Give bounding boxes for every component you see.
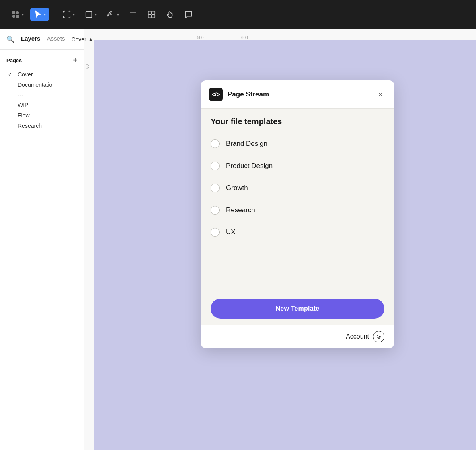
comment-icon: [184, 10, 193, 19]
comment-tool-button[interactable]: [181, 8, 196, 21]
template-radio-ux[interactable]: [211, 228, 220, 237]
svg-rect-19: [152, 15, 155, 18]
tab-assets[interactable]: Assets: [47, 35, 65, 43]
modal-account-bar: Account ☺: [201, 325, 394, 348]
current-page-label: Cover ▲: [71, 36, 93, 43]
svg-rect-1: [16, 11, 19, 14]
component-icon: [147, 10, 156, 19]
modal-content: Your file templates Brand Design Product…: [201, 109, 394, 348]
select-icon: [33, 10, 42, 19]
ruler-mark-500: 500: [197, 35, 204, 40]
svg-rect-18: [148, 15, 151, 18]
text-tool-button[interactable]: [125, 8, 141, 21]
page-item-wip[interactable]: WIP: [6, 100, 78, 110]
shape-icon: [84, 10, 93, 19]
page-label-documentation: Documentation: [18, 82, 55, 88]
page-label-cover: Cover: [18, 71, 33, 78]
pen-tool-button[interactable]: ▾: [103, 8, 122, 21]
left-panel: 🔍 Layers Assets Cover ▲ Pages + ✓ Cover …: [0, 29, 84, 450]
template-item-brand-design[interactable]: Brand Design: [201, 133, 394, 155]
template-name-brand-design: Brand Design: [226, 140, 267, 148]
figma-menu-button[interactable]: ▾: [8, 8, 27, 21]
frame-icon: [62, 10, 71, 19]
svg-rect-0: [12, 11, 15, 14]
select-tool-button[interactable]: ▾: [30, 8, 49, 21]
template-name-growth: Growth: [226, 184, 248, 192]
svg-rect-17: [152, 11, 155, 14]
ruler-horizontal: 500 600: [84, 29, 476, 40]
template-item-research[interactable]: Research: [201, 199, 394, 221]
template-radio-growth[interactable]: [211, 184, 220, 192]
page-label-flow: Flow: [18, 112, 30, 119]
page-item-cover[interactable]: ✓ Cover: [6, 69, 78, 80]
modal-close-button[interactable]: ×: [375, 89, 386, 100]
account-label: Account: [346, 333, 369, 340]
toolbar: ▾ ▾ ▾ ▾ ▾: [0, 0, 476, 29]
svg-rect-3: [16, 15, 19, 18]
template-item-ux[interactable]: UX: [201, 221, 394, 243]
svg-rect-12: [86, 12, 92, 18]
account-icon[interactable]: ☺: [373, 331, 384, 342]
modal-section-title: Your file templates: [201, 109, 394, 133]
modal-empty-area: [201, 243, 394, 292]
ruler-mark-600: 600: [241, 35, 248, 40]
hand-icon: [166, 10, 174, 19]
page-separator: ---: [6, 90, 78, 100]
template-radio-brand-design[interactable]: [211, 139, 220, 148]
shape-chevron: ▾: [95, 12, 97, 17]
new-template-button[interactable]: New Template: [211, 299, 384, 319]
pen-icon: [107, 10, 115, 19]
page-item-flow[interactable]: Flow: [6, 110, 78, 121]
shape-tool-button[interactable]: ▾: [81, 8, 100, 21]
svg-rect-16: [148, 11, 151, 14]
modal-footer: New Template: [201, 292, 394, 325]
modal-title-group: </> Page Stream: [209, 88, 269, 101]
ruler-v-mark: -60: [85, 64, 90, 70]
active-page-check-icon: ✓: [8, 72, 14, 77]
plugin-icon-text: </>: [212, 91, 220, 98]
select-chevron: ▾: [44, 12, 46, 17]
toolbar-separator-1: [54, 9, 54, 20]
search-icon[interactable]: 🔍: [6, 35, 14, 43]
panel-header: 🔍 Layers Assets Cover ▲: [0, 29, 84, 50]
frame-tool-button[interactable]: ▾: [59, 8, 78, 21]
template-item-product-design[interactable]: Product Design: [201, 155, 394, 177]
plugin-modal: </> Page Stream × Your file templates Br…: [201, 80, 394, 348]
page-label-wip: WIP: [18, 102, 28, 108]
tab-layers[interactable]: Layers: [21, 35, 40, 43]
page-item-research[interactable]: Research: [6, 121, 78, 131]
svg-rect-2: [12, 15, 15, 18]
page-item-documentation[interactable]: Documentation: [6, 80, 78, 90]
template-list: Brand Design Product Design Growth Resea…: [201, 133, 394, 243]
template-radio-research[interactable]: [211, 206, 220, 215]
figma-icon: [11, 10, 20, 19]
template-item-growth[interactable]: Growth: [201, 177, 394, 199]
pages-header: Pages +: [6, 56, 78, 64]
cover-chevron-icon: ▲: [88, 36, 94, 43]
template-name-research: Research: [226, 206, 255, 214]
add-page-button[interactable]: +: [73, 56, 78, 64]
template-name-product-design: Product Design: [226, 162, 273, 170]
hand-tool-button[interactable]: [162, 8, 178, 21]
ruler-vertical: -60: [84, 40, 94, 450]
pages-section: Pages + ✓ Cover Documentation --- WIP Fl…: [0, 50, 84, 134]
modal-title: Page Stream: [228, 90, 269, 98]
modal-header: </> Page Stream ×: [201, 80, 394, 109]
template-radio-product-design[interactable]: [211, 162, 220, 170]
frame-chevron: ▾: [73, 12, 75, 17]
cover-dropdown[interactable]: Cover ▲: [71, 36, 93, 43]
pen-chevron: ▾: [117, 12, 119, 17]
plugin-icon: </>: [209, 88, 223, 101]
template-name-ux: UX: [226, 228, 236, 236]
figma-menu-chevron: ▾: [22, 12, 24, 17]
component-tool-button[interactable]: [144, 8, 159, 21]
text-icon: [129, 10, 137, 19]
page-label-research: Research: [18, 123, 42, 129]
pages-title: Pages: [6, 57, 22, 63]
svg-point-13: [110, 14, 112, 15]
